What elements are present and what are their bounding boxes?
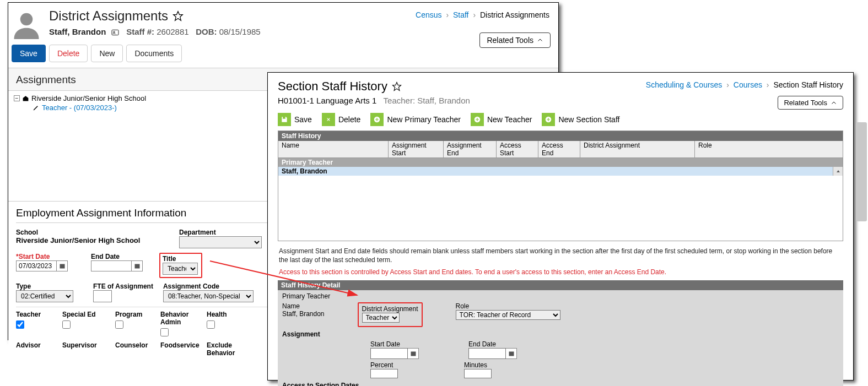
role-select[interactable]: TOR: Teacher of Record bbox=[456, 310, 560, 320]
calendar-icon[interactable] bbox=[506, 348, 517, 359]
calendar-icon[interactable] bbox=[132, 260, 143, 271]
new-primary-teacher-button[interactable]: New Primary Teacher bbox=[370, 113, 461, 126]
teacher-label: Teacher bbox=[16, 311, 49, 318]
program-checkbox[interactable] bbox=[115, 320, 123, 329]
district-assignment-select[interactable]: Teacher bbox=[362, 313, 400, 323]
breadcrumb: Census › Staff › District Assignments bbox=[416, 10, 549, 19]
svg-rect-4 bbox=[60, 264, 64, 269]
star-icon[interactable] bbox=[392, 81, 402, 91]
breadcrumb-scheduling[interactable]: Scheduling & Courses bbox=[646, 80, 723, 89]
percent-input[interactable] bbox=[370, 369, 398, 378]
counselor-label: Counselor bbox=[115, 341, 147, 357]
plus-icon bbox=[544, 116, 552, 123]
access-dates-subheader: Access to Section Dates bbox=[282, 382, 839, 386]
delete-button[interactable]: Delete bbox=[49, 45, 88, 62]
advisor-label: Advisor bbox=[16, 341, 49, 357]
save-button[interactable]: Save bbox=[12, 45, 46, 62]
detail-end-input[interactable] bbox=[468, 348, 506, 359]
grid-group-row: Primary Teacher bbox=[278, 158, 843, 167]
detail-title: Staff History Detail bbox=[278, 280, 843, 290]
help-text: Assignment Start and End date fields sho… bbox=[279, 247, 842, 277]
calendar-icon[interactable] bbox=[408, 348, 419, 359]
behavior-checkbox[interactable] bbox=[160, 328, 169, 336]
title-label: Title bbox=[163, 255, 198, 263]
tree-assignment-link[interactable]: Teacher - (07/03/2023-) bbox=[42, 104, 117, 112]
department-label: Department bbox=[179, 229, 262, 236]
tree-collapse-icon[interactable]: − bbox=[14, 95, 20, 101]
star-icon[interactable] bbox=[172, 10, 184, 21]
delete-button[interactable]: Delete bbox=[322, 113, 360, 126]
id-card-icon bbox=[111, 28, 120, 37]
tree-school[interactable]: Riverside Junior/Senior High School bbox=[31, 94, 146, 102]
breadcrumb-courses[interactable]: Courses bbox=[734, 80, 762, 89]
svg-rect-5 bbox=[134, 264, 139, 269]
chevron-up-icon bbox=[831, 100, 837, 106]
assignment-subheader: Assignment bbox=[282, 330, 839, 338]
page-title: District Assignments bbox=[49, 8, 261, 24]
grid-header: Name Assignment Start Assignment End Acc… bbox=[278, 141, 843, 158]
svg-marker-1 bbox=[174, 12, 183, 21]
teacher-checkbox[interactable] bbox=[16, 320, 24, 329]
breadcrumb-staff[interactable]: Staff bbox=[453, 10, 469, 19]
toolbar: Save Delete New Documents bbox=[8, 41, 558, 68]
svg-marker-11 bbox=[837, 170, 840, 172]
breadcrumb: Scheduling & Courses › Courses › Section… bbox=[646, 80, 843, 89]
svg-rect-13 bbox=[509, 351, 514, 356]
pencil-icon bbox=[33, 104, 40, 111]
save-icon bbox=[281, 116, 288, 123]
type-select[interactable]: 02:Certified bbox=[16, 290, 73, 302]
specialed-checkbox[interactable] bbox=[62, 320, 71, 329]
start-date-label: *Start Date bbox=[16, 253, 68, 260]
start-date-input[interactable] bbox=[16, 260, 57, 271]
svg-rect-2 bbox=[112, 30, 118, 35]
specialed-label: Special Ed bbox=[62, 311, 102, 318]
person-subheader: Staff, Brandon Staff #: 2602881 DOB: 08/… bbox=[49, 27, 261, 37]
grid-title: Staff History bbox=[278, 131, 843, 141]
documents-button[interactable]: Documents bbox=[126, 45, 182, 62]
school-icon bbox=[22, 95, 29, 102]
close-icon bbox=[325, 116, 332, 123]
detail-start-input[interactable] bbox=[370, 348, 408, 359]
related-tools-button[interactable]: Related Tools bbox=[479, 32, 551, 48]
fte-label: FTE of Assignment bbox=[93, 282, 153, 290]
related-tools-button[interactable]: Related Tools bbox=[778, 96, 843, 110]
type-label: Type bbox=[16, 282, 73, 290]
breadcrumb-census[interactable]: Census bbox=[416, 10, 441, 19]
title-select[interactable]: Teacher bbox=[163, 263, 198, 275]
minutes-input[interactable] bbox=[464, 369, 492, 378]
new-button[interactable]: New bbox=[91, 45, 123, 62]
role-label: Role bbox=[456, 302, 560, 310]
detail-end-label: End Date bbox=[468, 340, 517, 348]
plus-icon bbox=[473, 116, 481, 123]
save-button[interactable]: Save bbox=[278, 113, 312, 126]
detail-group: Primary Teacher bbox=[282, 292, 839, 300]
exclude-behavior-label: Exclude Behavior bbox=[207, 341, 256, 357]
school-label: School bbox=[16, 229, 165, 236]
breadcrumb-current: Section Staff History bbox=[773, 80, 843, 89]
plus-icon bbox=[373, 116, 381, 123]
staff-history-detail: Staff History Detail Primary Teacher Nam… bbox=[278, 280, 843, 386]
minutes-label: Minutes bbox=[464, 361, 492, 369]
end-date-input[interactable] bbox=[91, 260, 132, 271]
detail-name-label: Name bbox=[282, 302, 325, 310]
new-section-staff-button[interactable]: New Section Staff bbox=[542, 113, 619, 126]
grid-data-row[interactable]: Staff, Brandon bbox=[278, 167, 843, 176]
svg-point-3 bbox=[113, 31, 115, 33]
district-assignment-label: District Assignment bbox=[362, 305, 418, 313]
svg-marker-6 bbox=[392, 83, 401, 91]
end-date-label: End Date bbox=[91, 253, 143, 260]
health-checkbox[interactable] bbox=[207, 320, 215, 329]
fte-input[interactable] bbox=[93, 290, 112, 302]
staff-history-grid: Staff History Name Assignment Start Assi… bbox=[278, 131, 843, 241]
percent-label: Percent bbox=[370, 361, 398, 369]
svg-point-0 bbox=[20, 13, 33, 26]
department-select[interactable] bbox=[179, 236, 262, 248]
scroll-up-icon[interactable] bbox=[833, 167, 843, 176]
health-label: Health bbox=[207, 311, 256, 318]
new-teacher-button[interactable]: New Teacher bbox=[471, 113, 532, 126]
supervisor-label: Supervisor bbox=[62, 341, 102, 357]
foodservice-label: Foodservice bbox=[160, 341, 193, 357]
assignment-code-select[interactable]: 08:Teacher, Non-Special Ed bbox=[163, 290, 254, 302]
scrollbar-thumb[interactable] bbox=[856, 122, 867, 221]
calendar-icon[interactable] bbox=[57, 260, 68, 271]
